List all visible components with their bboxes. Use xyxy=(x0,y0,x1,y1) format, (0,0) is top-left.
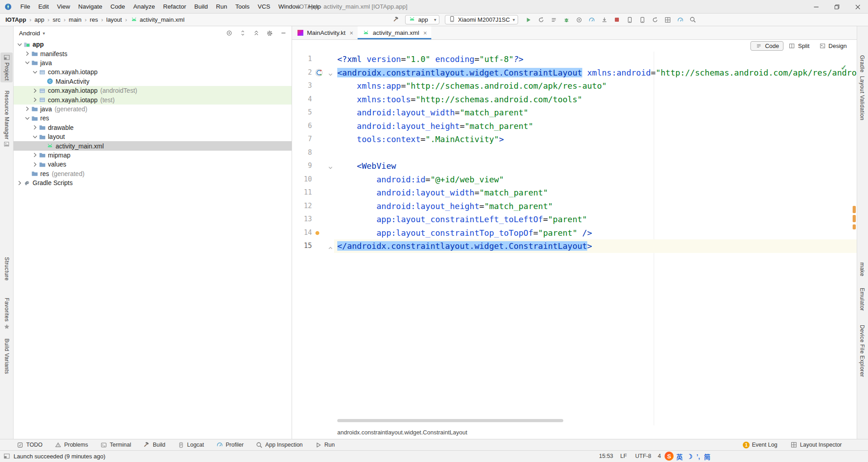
code-line-6[interactable]: 6 android:layout_height="match_parent" xyxy=(292,119,857,133)
search-everywhere-button[interactable] xyxy=(689,16,697,23)
code-line-14[interactable]: 14 app:layout_constraintTop_toTopOf="par… xyxy=(292,226,857,240)
line-ending-indicator[interactable]: LF xyxy=(620,451,627,462)
profile-app-button[interactable] xyxy=(676,17,684,23)
run-configuration-select[interactable]: app ▾ xyxy=(405,15,439,24)
tree-item-com-xayah-iotapp[interactable]: com.xayah.iotapp xyxy=(14,67,292,76)
toolwindow-event-log[interactable]: 1Event Log xyxy=(743,442,777,448)
menu-refactor[interactable]: Refactor xyxy=(159,0,190,13)
view-mode-code[interactable]: Code xyxy=(750,41,783,51)
chev-right-icon[interactable] xyxy=(24,106,31,111)
code-line-3[interactable]: 3 xmlns:app="http://schemas.android.com/… xyxy=(292,79,857,93)
tree-item-res-generated[interactable]: res(generated) xyxy=(14,169,292,178)
code-line-13[interactable]: 13 app:layout_constraintLeft_toLeftOf="p… xyxy=(292,213,857,226)
stripe-gradle[interactable]: Gradle xyxy=(857,53,868,74)
tree-item-app[interactable]: app xyxy=(14,40,292,49)
code-line-7[interactable]: 7 tools:context=".MainActivity"> xyxy=(292,133,857,146)
chev-right-icon[interactable] xyxy=(24,51,31,56)
run-button[interactable] xyxy=(524,17,532,23)
tree-item-res[interactable]: res xyxy=(14,114,292,123)
menu-build[interactable]: Build xyxy=(190,0,212,13)
sync-project-button[interactable] xyxy=(651,17,659,23)
code-line-4[interactable]: 4 xmlns:tools="http://schemas.android.co… xyxy=(292,93,857,106)
stripe-layout-validation[interactable]: Layout Validation xyxy=(857,74,868,122)
apply-code-changes-button[interactable] xyxy=(550,17,557,23)
device-select[interactable]: Xiaomi M2007J1SC ▾ xyxy=(445,15,518,24)
editor-tab-mainactivity-kt[interactable]: MainActivity.kt× xyxy=(292,26,358,39)
menu-edit[interactable]: Edit xyxy=(34,0,53,13)
ime-indicator[interactable]: ☽ xyxy=(687,453,693,460)
code-line-9[interactable]: 9 <WebView xyxy=(292,159,857,173)
tree-item-activity-main-xml[interactable]: activity_main.xml xyxy=(14,141,292,150)
restore-button[interactable] xyxy=(826,0,847,14)
stripe-project[interactable]: Project xyxy=(0,52,13,82)
minimize-button[interactable] xyxy=(806,0,826,14)
breadcrumb-layout[interactable]: layout xyxy=(106,16,122,23)
hide-button[interactable] xyxy=(279,30,287,36)
chev-right-icon[interactable] xyxy=(31,152,39,157)
project-view-select[interactable]: Android ▾ xyxy=(19,30,45,37)
code-line-12[interactable]: 12 android:layout_height="match_parent" xyxy=(292,200,857,213)
horizontal-scrollbar[interactable] xyxy=(337,419,563,422)
toolwindow-run[interactable]: Run xyxy=(315,442,335,448)
breadcrumb-activity-main-xml[interactable]: activity_main.xml xyxy=(130,16,184,23)
tree-item-java[interactable]: java xyxy=(14,58,292,67)
menu-run[interactable]: Run xyxy=(212,0,231,13)
view-mode-split[interactable]: Split xyxy=(783,41,814,51)
toolwindow-layout-inspector[interactable]: Layout Inspector xyxy=(790,442,842,448)
ime-indicator[interactable]: 简 xyxy=(704,452,710,461)
chev-down-icon[interactable] xyxy=(24,60,31,65)
toolwindow-problems[interactable]: Problems xyxy=(54,442,88,448)
tree-item-gradle-scripts[interactable]: Gradle Scripts xyxy=(14,178,292,187)
menu-code[interactable]: Code xyxy=(106,0,129,13)
profiler-button[interactable] xyxy=(588,17,595,23)
code-line-10[interactable]: 10 android:id="@+id/web_view" xyxy=(292,173,857,186)
chev-down-icon[interactable] xyxy=(31,134,39,139)
attach-debugger-button[interactable] xyxy=(600,17,608,23)
tree-item-manifests[interactable]: manifests xyxy=(14,49,292,58)
coverage-button[interactable] xyxy=(575,17,583,23)
chev-right-icon[interactable] xyxy=(31,125,39,130)
code-line-11[interactable]: 11 android:layout_width="match_parent" xyxy=(292,186,857,200)
toolwindow-app-inspection[interactable]: App Inspection xyxy=(255,442,303,448)
collapse-all-button[interactable] xyxy=(252,30,260,36)
fold-marker-icon[interactable] xyxy=(328,71,333,79)
close-tab-icon[interactable]: × xyxy=(423,29,427,37)
tree-item-java-generated[interactable]: java(generated) xyxy=(14,105,292,114)
indent-indicator[interactable]: 4 xyxy=(658,451,661,462)
chev-right-icon[interactable] xyxy=(31,88,39,93)
menu-file[interactable]: File xyxy=(16,0,34,13)
code-line-8[interactable]: 8 xyxy=(292,146,857,160)
device-manager-button[interactable] xyxy=(626,17,633,23)
menu-vcs[interactable]: VCS xyxy=(254,0,274,13)
toolwindow-build[interactable]: Build xyxy=(143,441,165,448)
code-line-1[interactable]: 1<?xml version="1.0" encoding="utf-8"?> xyxy=(292,52,857,66)
avd-manager-button[interactable] xyxy=(638,17,646,23)
editor-breadcrumb-item[interactable]: androidx.constraintlayout.widget.Constra… xyxy=(337,429,467,436)
code-line-15[interactable]: 15</androidx.constraintlayout.widget.Con… xyxy=(292,239,857,253)
breadcrumb-iotapp[interactable]: IOTApp xyxy=(5,16,26,23)
debug-button[interactable] xyxy=(562,17,570,23)
close-button[interactable] xyxy=(847,0,868,14)
stripe-favorites[interactable]: Favorites xyxy=(0,296,13,332)
toolwindow-profiler[interactable]: Profiler xyxy=(216,442,244,448)
stripe-build-variants[interactable]: Build Variants xyxy=(0,337,13,376)
code-line-5[interactable]: 5 android:layout_width="match_parent" xyxy=(292,106,857,119)
stop-button[interactable] xyxy=(613,17,621,23)
tree-item-mipmap[interactable]: mipmap xyxy=(14,151,292,160)
editor-tab-activity-main-xml[interactable]: activity_main.xml× xyxy=(358,26,431,39)
stripe-resource-manager[interactable]: Resource Manager xyxy=(0,89,13,149)
chev-down-icon[interactable] xyxy=(31,70,39,75)
chev-right-icon[interactable] xyxy=(31,97,39,102)
tree-item-layout[interactable]: layout xyxy=(14,132,292,141)
toolwindow-terminal[interactable]: Terminal xyxy=(100,442,131,448)
chev-right-icon[interactable] xyxy=(16,181,24,186)
toolwindow-logcat[interactable]: Logcat xyxy=(177,442,204,448)
settings-button[interactable] xyxy=(266,30,274,37)
tree-item-com-xayah-iotapp-test[interactable]: com.xayah.iotapp(test) xyxy=(14,95,292,104)
chev-down-icon[interactable] xyxy=(16,42,24,47)
expand-button[interactable] xyxy=(239,30,246,36)
fold-marker-icon[interactable] xyxy=(328,164,333,172)
gutter-constraint-icon[interactable] xyxy=(315,69,323,78)
code-line-2[interactable]: 2<androidx.constraintlayout.widget.Const… xyxy=(292,66,857,80)
stripe-device-file-explorer[interactable]: Device File Explorer xyxy=(857,323,868,379)
